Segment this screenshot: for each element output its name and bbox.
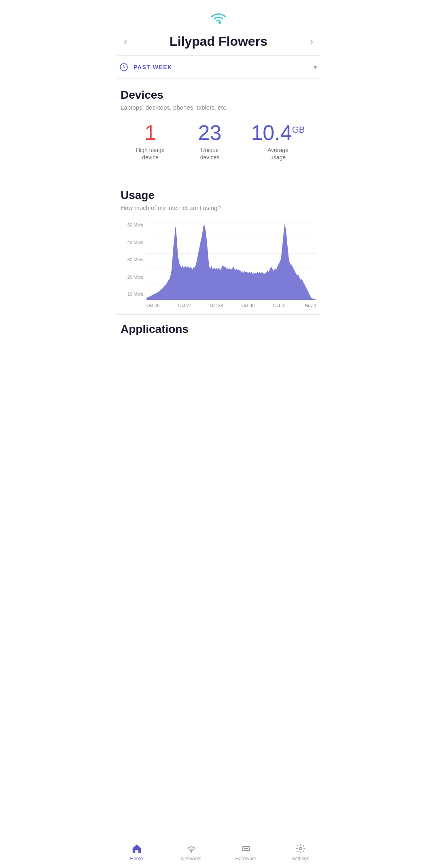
stat-unique-devices: 23 Unique devices bbox=[191, 122, 228, 161]
x-label-oct26: Oct 26 bbox=[146, 303, 159, 308]
top-wifi-icon bbox=[109, 0, 328, 32]
dropdown-arrow-icon: ▼ bbox=[312, 64, 318, 70]
period-selector[interactable]: PAST WEEK ▼ bbox=[109, 56, 328, 78]
y-label-10: 10 Mb/s bbox=[121, 292, 146, 296]
stat-high-usage: 1 High usage device bbox=[132, 122, 168, 161]
y-axis: 10 Mb/s 20 Mb/s 30 Mb/s 40 Mb/s 50 Mb/s bbox=[121, 222, 146, 308]
x-label-oct31: Oct 31 bbox=[273, 303, 286, 308]
stats-row: 1 High usage device 23 Unique devices 10… bbox=[121, 122, 316, 172]
devices-section: Devices Laptops, desktops, phones, table… bbox=[109, 79, 328, 179]
x-label-oct30: Oct 30 bbox=[242, 303, 255, 308]
page-title: Lilypad Flowers bbox=[130, 34, 307, 49]
usage-section: Usage How much of my internet am I using… bbox=[109, 179, 328, 314]
high-usage-label: High usage device bbox=[132, 146, 168, 161]
nav-back-arrow[interactable]: ‹ bbox=[121, 34, 130, 49]
y-label-30: 30 Mb/s bbox=[121, 257, 146, 262]
stat-average-usage: 10.4GB Average usage bbox=[251, 122, 305, 161]
page-header: ‹ Lilypad Flowers › bbox=[109, 32, 328, 55]
usage-chart: 10 Mb/s 20 Mb/s 30 Mb/s 40 Mb/s 50 Mb/s bbox=[121, 222, 316, 308]
high-usage-value: 1 bbox=[144, 122, 156, 143]
x-label-oct27: Oct 27 bbox=[178, 303, 191, 308]
applications-section: Applications bbox=[109, 315, 328, 379]
usage-title: Usage bbox=[121, 189, 316, 202]
usage-subtitle: How much of my internet am I using? bbox=[121, 204, 316, 211]
unique-devices-label: Unique devices bbox=[191, 146, 228, 161]
average-usage-label: Average usage bbox=[260, 146, 296, 161]
y-label-50: 50 Mb/s bbox=[121, 222, 146, 227]
devices-subtitle: Laptops, desktops, phones, tablets, etc. bbox=[121, 104, 316, 111]
y-label-40: 40 Mb/s bbox=[121, 240, 146, 245]
chart-inner: Oct 26 Oct 27 Oct 29 Oct 30 Oct 31 Nov 1 bbox=[146, 222, 316, 308]
y-label-20: 20 Mb/s bbox=[121, 275, 146, 279]
nav-forward-arrow[interactable]: › bbox=[307, 34, 316, 49]
x-axis: Oct 26 Oct 27 Oct 29 Oct 30 Oct 31 Nov 1 bbox=[146, 303, 316, 308]
unique-devices-value: 23 bbox=[198, 122, 222, 143]
average-usage-value: 10.4GB bbox=[251, 122, 305, 143]
x-label-oct29: Oct 29 bbox=[210, 303, 223, 308]
period-label: PAST WEEK bbox=[134, 64, 312, 70]
clock-icon bbox=[119, 62, 129, 72]
applications-title: Applications bbox=[121, 323, 316, 336]
x-label-nov1: Nov 1 bbox=[305, 303, 316, 308]
devices-title: Devices bbox=[121, 89, 316, 102]
